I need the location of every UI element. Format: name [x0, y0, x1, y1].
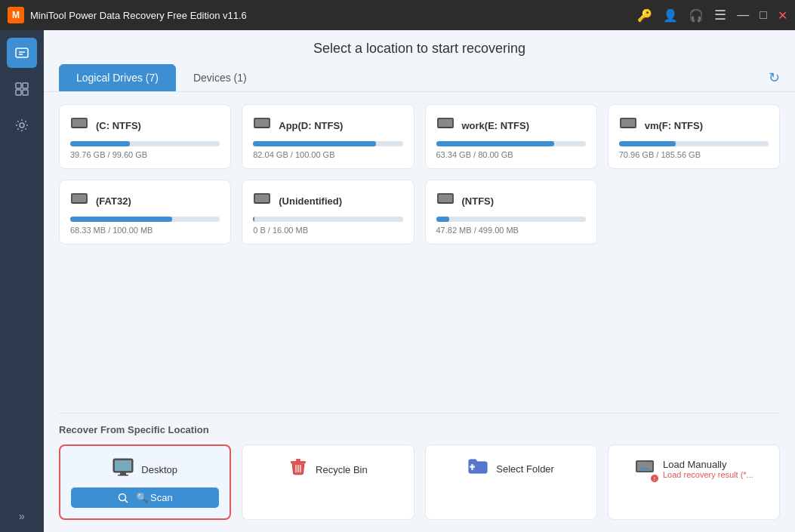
drive-progress-fill-fat32	[70, 217, 172, 222]
drive-progress-bg-ntfs	[436, 217, 586, 222]
drive-icon-c	[70, 115, 88, 135]
expand-sidebar-button[interactable]: »	[19, 510, 25, 522]
drive-icon-unidentified	[253, 191, 271, 211]
desktop-card-inner: Desktop	[71, 458, 219, 481]
drive-name-c: (C: NTFS)	[96, 120, 141, 131]
drive-progress-fill-ntfs	[436, 217, 450, 222]
sidebar: »	[0, 30, 44, 532]
drive-icon-f	[619, 115, 637, 135]
drive-name-fat32: (FAT32)	[96, 195, 131, 207]
svg-rect-22	[72, 202, 86, 204]
drive-progress-fill-c	[70, 141, 130, 146]
main-content: Select a location to start recovering Lo…	[44, 30, 795, 532]
maximize-button[interactable]: □	[760, 8, 767, 22]
svg-point-33	[119, 494, 125, 500]
drive-size-e: 63.34 GB / 80.00 GB	[436, 150, 586, 159]
location-card-desktop[interactable]: Desktop 🔍 Scan	[59, 444, 231, 520]
svg-rect-36	[296, 459, 300, 461]
drive-name-e: work(E: NTFS)	[462, 120, 530, 131]
drive-progress-bg-c	[70, 141, 220, 146]
svg-rect-18	[621, 119, 635, 127]
svg-rect-13	[255, 127, 269, 128]
drive-icon-d	[253, 115, 271, 135]
drive-icon-e	[436, 115, 455, 135]
svg-rect-9	[72, 119, 86, 127]
svg-rect-19	[621, 127, 635, 128]
drive-icon-fat32	[70, 191, 88, 211]
refresh-button[interactable]: ↻	[769, 69, 780, 86]
svg-rect-35	[291, 461, 306, 463]
recycle-bin-card-inner: Recycle Bin	[253, 457, 402, 482]
tabs-bar: Logical Drives (7) Devices (1) ↻	[44, 64, 795, 92]
drives-grid-row2: (FAT32) 68.33 MB / 100.00 MB	[59, 180, 780, 244]
drive-name-f: vm(F: NTFS)	[645, 120, 703, 131]
svg-rect-5	[16, 90, 21, 95]
location-card-load-manually[interactable]: ! Load Manually Load recovery result (*.…	[608, 444, 780, 520]
main-header: Select a location to start recovering	[44, 30, 795, 64]
drive-size-d: 82.04 GB / 100.00 GB	[253, 150, 402, 159]
app-logo: M	[8, 7, 24, 23]
sidebar-item-settings[interactable]	[7, 110, 37, 140]
drives-section: (C: NTFS) 39.76 GB / 99.60 GB	[44, 92, 795, 413]
svg-rect-6	[23, 90, 28, 95]
minimize-button[interactable]: —	[737, 8, 749, 22]
drive-card-c[interactable]: (C: NTFS) 39.76 GB / 99.60 GB	[59, 104, 231, 169]
drive-size-ntfs: 47.82 MB / 499.00 MB	[436, 226, 586, 235]
sidebar-item-tools[interactable]	[7, 74, 37, 104]
svg-rect-21	[72, 195, 86, 202]
location-card-select-folder[interactable]: Select Folder	[425, 444, 597, 520]
drive-size-f: 70.96 GB / 185.56 GB	[619, 150, 769, 159]
location-card-recycle-bin[interactable]: Recycle Bin	[242, 444, 414, 520]
tab-logical-drives[interactable]: Logical Drives (7)	[59, 64, 176, 91]
scan-button[interactable]: 🔍 Scan	[71, 487, 219, 508]
load-manually-icon: !	[634, 457, 655, 481]
drive-card-unidentified[interactable]: (Unidentified) 0 B / 16.00 MB	[242, 180, 414, 244]
svg-rect-16	[439, 127, 452, 128]
svg-rect-28	[439, 202, 452, 204]
drive-name-d: App(D: NTFS)	[279, 120, 343, 131]
close-button[interactable]: ✕	[778, 8, 787, 23]
select-folder-icon	[467, 457, 488, 481]
svg-rect-15	[439, 119, 452, 127]
window-controls: 🔑 👤 🎧 ☰ — □ ✕	[637, 7, 787, 23]
load-manually-sublabel: Load recovery result (*...	[663, 470, 753, 479]
svg-point-7	[20, 123, 24, 128]
svg-rect-25	[255, 202, 269, 204]
user-icon[interactable]: 👤	[663, 8, 678, 23]
recycle-bin-label: Recycle Bin	[316, 464, 368, 475]
drive-name-unidentified: (Unidentified)	[279, 195, 342, 207]
svg-rect-27	[439, 195, 452, 202]
select-folder-card-inner: Select Folder	[436, 457, 586, 481]
load-manually-label: Load Manually	[663, 459, 727, 470]
drive-progress-fill-d	[253, 141, 376, 146]
header-title: Select a location to start recovering	[313, 41, 525, 56]
svg-rect-4	[23, 83, 28, 88]
menu-icon[interactable]: ☰	[714, 7, 726, 23]
drive-card-f[interactable]: vm(F: NTFS) 70.96 GB / 185.56 GB	[608, 104, 780, 169]
drive-card-ntfs[interactable]: (NTFS) 47.82 MB / 499.00 MB	[425, 180, 597, 244]
drive-size-c: 39.76 GB / 99.60 GB	[70, 150, 220, 159]
drive-progress-fill-unidentified	[253, 217, 254, 222]
titlebar: M MiniTool Power Data Recovery Free Edit…	[0, 0, 795, 30]
sidebar-bottom: »	[19, 509, 25, 523]
drive-card-d[interactable]: App(D: NTFS) 82.04 GB / 100.00 GB	[242, 104, 414, 169]
drive-progress-fill-f	[619, 141, 676, 146]
svg-rect-32	[118, 475, 128, 476]
section-divider	[59, 413, 780, 414]
svg-rect-0	[16, 48, 28, 57]
sidebar-item-recover[interactable]	[7, 38, 37, 68]
drive-card-e[interactable]: work(E: NTFS) 63.34 GB / 80.00 GB	[425, 104, 597, 169]
drive-progress-bg-fat32	[70, 217, 220, 222]
headset-icon[interactable]: 🎧	[689, 8, 704, 23]
key-icon[interactable]: 🔑	[637, 8, 652, 23]
drive-progress-fill-e	[436, 141, 555, 146]
specific-location-title: Recover From Specific Location	[59, 424, 780, 435]
app-layout: » Select a location to start recovering …	[0, 30, 795, 532]
svg-rect-31	[120, 472, 126, 475]
specific-location-section: Recover From Specific Location	[44, 424, 795, 532]
drive-card-fat32[interactable]: (FAT32) 68.33 MB / 100.00 MB	[59, 180, 231, 244]
tab-devices[interactable]: Devices (1)	[176, 64, 264, 91]
drive-size-fat32: 68.33 MB / 100.00 MB	[70, 226, 220, 235]
drive-icon-ntfs	[436, 191, 455, 211]
svg-rect-44	[640, 468, 649, 469]
